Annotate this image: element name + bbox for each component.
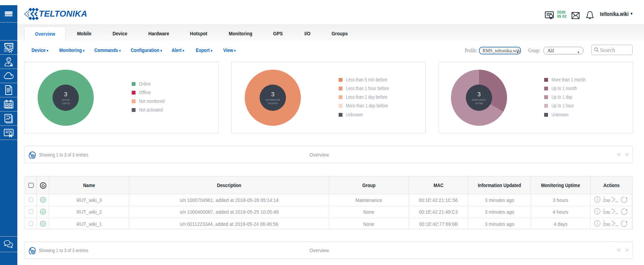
svg-text:TELTONIKA: TELTONIKA: [39, 9, 87, 18]
svg-text:0110: 0110: [4, 51, 7, 52]
